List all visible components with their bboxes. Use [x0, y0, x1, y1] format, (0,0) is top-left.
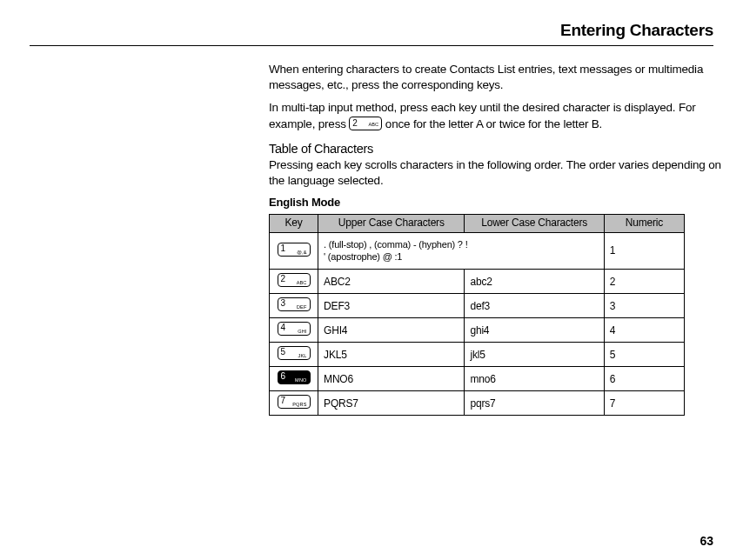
intro2-post: once for the letter A or twice for the l…: [385, 117, 602, 130]
key-label: @,&: [297, 250, 306, 255]
lower-cell: pqrs7: [465, 391, 604, 416]
content-area: When entering characters to create Conta…: [269, 62, 721, 416]
numeric-cell: 5: [604, 343, 684, 367]
upper-cell: JKL5: [318, 343, 465, 367]
col-lower: Lower Case Characters: [465, 215, 604, 232]
key-label: MNO: [295, 377, 306, 383]
numeric-cell: 1: [604, 232, 684, 270]
table-row: 2ABCABC2abc22: [270, 270, 685, 294]
key-digit: 5: [281, 347, 285, 357]
numeric-cell: 2: [604, 270, 684, 294]
table-row: 6MNOMNO6mno66: [270, 367, 685, 391]
key-icon: 4GHI: [278, 322, 311, 336]
key-digit: 2: [352, 117, 357, 130]
col-key: Key: [270, 215, 318, 232]
key-cell: 6MNO: [270, 367, 318, 391]
key-icon: 1@,&: [278, 243, 311, 257]
character-table: Key Upper Case Characters Lower Case Cha…: [269, 214, 685, 416]
key-cell: 7PQRS: [270, 391, 318, 416]
upper-cell: . (full-stop) , (comma) - (hyphen) ? !' …: [318, 232, 605, 270]
lower-cell: mno6: [465, 367, 604, 391]
key-cell: 5JKL: [270, 343, 318, 367]
key-icon: 6MNO: [278, 370, 311, 384]
key-digit: 4: [281, 323, 285, 332]
page-title: Entering Characters: [30, 21, 713, 40]
key-cell: 1@,&: [270, 232, 318, 270]
upper-cell: DEF3: [318, 294, 465, 318]
key-digit: 2: [281, 274, 285, 283]
key-label: ABC: [297, 280, 307, 285]
intro-paragraph-1: When entering characters to create Conta…: [269, 62, 721, 93]
numeric-cell: 3: [604, 294, 684, 318]
key-cell: 4GHI: [270, 318, 318, 343]
key-label: GHI: [298, 329, 306, 334]
table-row: 4GHIGHI4ghi44: [270, 318, 685, 343]
numeric-cell: 4: [604, 318, 684, 343]
divider: [30, 45, 713, 46]
upper-cell: GHI4: [318, 318, 465, 343]
key-cell: 3DEF: [270, 294, 318, 318]
lower-cell: ghi4: [465, 318, 604, 343]
key-icon: 3DEF: [278, 297, 311, 311]
key-label: DEF: [297, 304, 307, 310]
key-icon: 2ABC: [278, 273, 311, 287]
col-numeric: Numeric: [604, 215, 684, 232]
header-row: Key Upper Case Characters Lower Case Cha…: [270, 215, 685, 232]
key-label: JKL: [298, 353, 306, 358]
key-digit: 1: [281, 243, 285, 253]
upper-line2: ' (apostrophe) @ :1: [324, 250, 599, 263]
lower-cell: def3: [465, 294, 604, 318]
intro-paragraph-2: In multi-tap input method, press each ke…: [269, 100, 721, 134]
table-row: 3DEFDEF3def33: [270, 294, 685, 318]
key-digit: 3: [281, 298, 285, 308]
table-row: 1@,&. (full-stop) , (comma) - (hyphen) ?…: [270, 232, 685, 270]
numeric-cell: 7: [604, 391, 684, 416]
lower-cell: jkl5: [465, 343, 604, 367]
key-icon: 5JKL: [278, 346, 311, 360]
key-icon: 7PQRS: [278, 395, 311, 409]
upper-cell: ABC2: [318, 270, 465, 294]
key-label: PQRS: [292, 402, 306, 407]
upper-line1: . (full-stop) , (comma) - (hyphen) ? !: [324, 238, 599, 251]
numeric-cell: 6: [604, 367, 684, 391]
table-heading: Table of Characters: [269, 142, 721, 156]
upper-cell: PQRS7: [318, 391, 465, 416]
mode-heading: English Mode: [269, 196, 721, 209]
page-number: 63: [699, 534, 713, 548]
key-digit: 6: [281, 371, 285, 381]
col-upper: Upper Case Characters: [318, 215, 465, 232]
table-row: 7PQRSPQRS7pqrs77: [270, 391, 685, 416]
key-label: ABC: [368, 122, 378, 128]
table-desc: Pressing each key scrolls characters in …: [269, 157, 721, 189]
upper-cell: MNO6: [318, 367, 465, 391]
key-icon: 2 ABC: [349, 117, 382, 130]
lower-cell: abc2: [465, 270, 604, 294]
inline-key-example: 2 ABC: [349, 117, 382, 135]
key-cell: 2ABC: [270, 270, 318, 294]
key-digit: 7: [281, 396, 285, 405]
table-row: 5JKLJKL5jkl55: [270, 343, 685, 367]
